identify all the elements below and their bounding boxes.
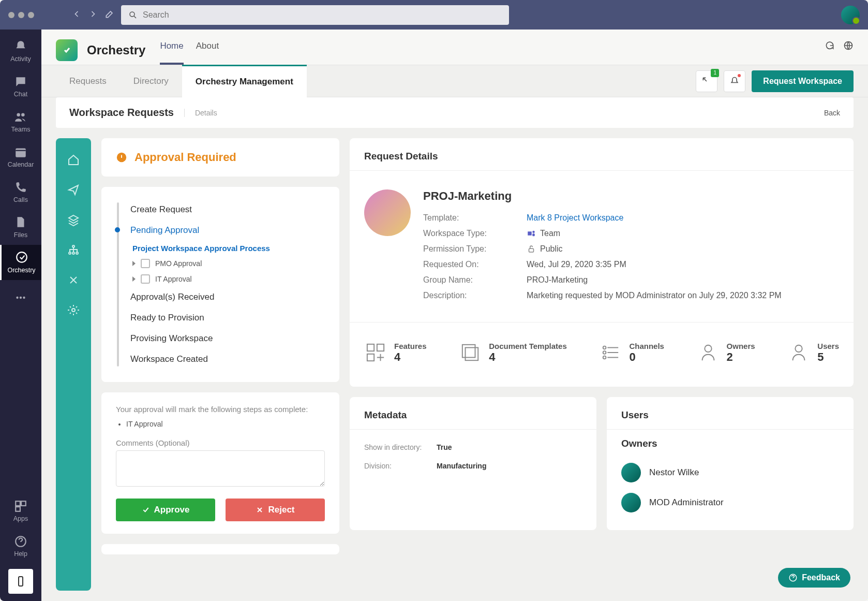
users-card: Users Owners Nestor WilkeMOD Administrat… [607,397,854,530]
side-nav-send-icon[interactable] [66,183,81,197]
globe-icon[interactable] [843,40,854,52]
user-row[interactable]: Nestor Wilke [621,458,839,488]
svg-point-4 [16,297,18,299]
tab-requests[interactable]: Requests [56,66,120,97]
rail-more[interactable] [0,280,41,315]
refresh-icon[interactable] [825,40,835,52]
detail-row: Requested On:Wed, Jul 29, 2020 3:35 PM [423,257,839,272]
timeline-step[interactable]: Pending Approval [122,220,325,241]
checkbox[interactable] [141,274,150,284]
svg-rect-27 [462,345,475,358]
tab-orchestry-management[interactable]: Orchestry Management [182,65,307,97]
chevron-right-icon [132,261,136,266]
owners-title: Owners [621,438,839,449]
svg-point-20 [532,231,535,233]
app-logo [56,39,78,61]
stat-item: Features4 [364,341,427,364]
svg-rect-25 [367,354,374,361]
forward-icon[interactable] [88,9,98,21]
rail-calendar[interactable]: Calendar [0,139,41,174]
svg-point-29 [603,351,606,354]
notifications-button[interactable] [724,70,745,92]
svg-point-1 [17,113,20,116]
back-icon[interactable] [71,9,82,21]
sub-tabs: Requests Directory Orchestry Management … [41,65,868,97]
window-controls[interactable] [8,12,34,18]
search-icon [128,10,138,20]
checklist-item[interactable]: PMO Approval [132,256,325,271]
selector-button[interactable]: 1 [696,70,717,92]
svg-rect-24 [377,344,384,351]
timeline-step[interactable]: Approval(s) Received [122,287,325,307]
svg-rect-19 [528,231,532,236]
svg-point-32 [796,345,802,352]
app-title: Orchestry [87,43,145,57]
workspace-name: PROJ-Marketing [423,189,839,203]
comments-label: Comments (Optional) [116,438,325,447]
detail-row: Permission Type:Public [423,241,839,257]
feedback-button[interactable]: Feedback [778,568,850,588]
timeline-step[interactable]: Create Request [122,199,325,220]
nav-about[interactable]: About [196,36,219,65]
reject-button[interactable]: Reject [226,499,325,521]
search-box[interactable] [121,5,509,25]
svg-rect-8 [21,501,26,506]
timeline-card: Create Request Pending Approval Project … [101,187,339,382]
rail-chat[interactable]: Chat [0,69,41,104]
rail-teams[interactable]: Teams [0,104,41,139]
titlebar [0,0,868,30]
approval-action-card: Your approval will mark the following st… [101,392,339,534]
side-nav [56,138,91,591]
side-nav-org-icon[interactable] [66,243,81,257]
side-nav-settings-icon[interactable] [66,303,81,317]
request-workspace-button[interactable]: Request Workspace [752,70,854,92]
approve-button[interactable]: Approve [116,499,215,521]
user-row[interactable]: MOD Administrator [621,488,839,518]
rail-calls[interactable]: Calls [0,174,41,210]
svg-rect-26 [466,348,478,361]
svg-rect-22 [529,248,534,252]
svg-point-28 [603,346,606,349]
nav-home[interactable]: Home [160,36,183,65]
side-nav-tools-icon[interactable] [66,273,81,287]
rail-apps[interactable]: Apps [0,493,41,529]
workspace-image [364,189,411,236]
rail-orchestry[interactable]: Orchestry [0,245,41,280]
side-nav-home-icon[interactable] [66,153,81,167]
stat-icon [364,341,387,364]
user-avatar[interactable] [841,6,860,24]
svg-point-15 [72,252,74,254]
meta-row: Show in directory:True [364,438,582,457]
svg-rect-21 [532,233,535,236]
stat-icon [459,341,482,364]
app-rail: Activity Chat Teams Calendar Calls Files… [0,30,41,601]
rail-files[interactable]: Files [0,210,41,245]
avatar [621,463,641,482]
compose-icon[interactable] [104,9,115,21]
rail-help[interactable]: Help [0,529,41,564]
rail-device[interactable] [8,569,33,594]
svg-point-30 [603,356,606,359]
selector-badge: 1 [711,69,719,77]
svg-point-17 [72,309,75,312]
checklist-item[interactable]: IT Approval [132,271,325,287]
meta-row: Division:Manufacturing [364,457,582,475]
search-input[interactable] [143,10,502,20]
back-link[interactable]: Back [824,109,840,117]
tab-directory[interactable]: Directory [120,66,182,97]
side-nav-layers-icon[interactable] [66,213,81,227]
timeline-step[interactable]: Provising Workspace [122,328,325,349]
stat-item: Document Templates4 [459,341,567,364]
svg-point-14 [69,252,71,254]
svg-point-6 [23,297,25,299]
rail-activity[interactable]: Activity [0,34,41,69]
approval-step: IT Approval [126,420,325,428]
avatar [621,493,641,512]
svg-rect-3 [16,148,26,157]
metadata-card: Metadata Show in directory:TrueDivision:… [350,397,596,530]
checkbox[interactable] [141,259,150,268]
comments-input[interactable] [116,450,325,487]
timeline-step[interactable]: Ready to Provision [122,307,325,328]
timeline-step[interactable]: Workspace Created [122,349,325,370]
subheader-main: Workspace Requests [69,107,174,119]
